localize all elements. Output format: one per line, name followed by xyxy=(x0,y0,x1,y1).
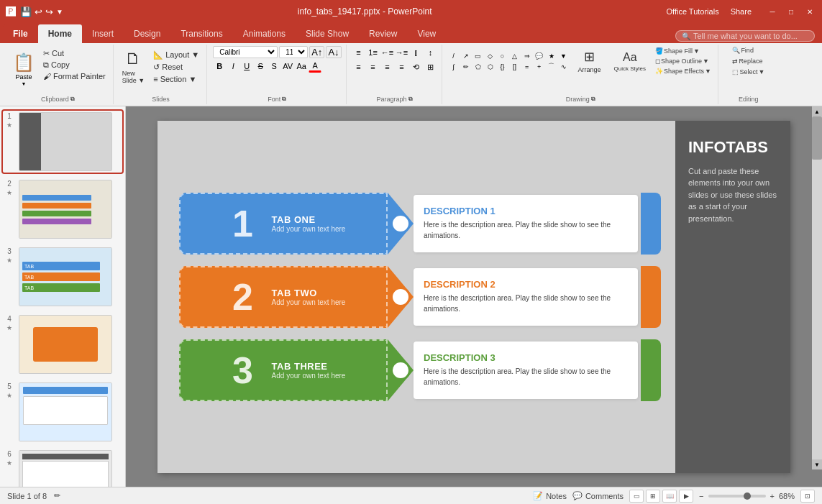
slide-thumb-4[interactable]: 4★ xyxy=(3,313,122,375)
align-left-button[interactable]: ≡ xyxy=(352,60,365,73)
shape-plus[interactable]: + xyxy=(534,62,545,72)
section-button[interactable]: ≡ Section ▼ xyxy=(150,74,202,84)
reading-view-button[interactable]: 📖 xyxy=(662,490,677,503)
copy-button[interactable]: ⧉Copy xyxy=(40,60,109,70)
slide-thumb-1[interactable]: 1★ xyxy=(3,111,122,173)
underline-button[interactable]: U xyxy=(240,60,253,73)
zoom-out-button[interactable]: − xyxy=(699,492,703,500)
new-slide-button[interactable]: 🗋 NewSlide ▼ xyxy=(119,46,147,88)
shape-arrow[interactable]: ↗ xyxy=(460,51,472,61)
align-right-button[interactable]: ≡ xyxy=(381,60,394,73)
shape-rect[interactable]: ▭ xyxy=(472,51,484,61)
slide-thumb-2[interactable]: 2★ xyxy=(3,178,122,240)
notes-button[interactable]: 📝 Notes xyxy=(533,491,567,500)
layout-button[interactable]: 📐 Layout ▼ xyxy=(150,50,202,60)
smart-art-button[interactable]: ⊞ xyxy=(424,60,437,73)
numbered-list-button[interactable]: 1≡ xyxy=(367,46,380,59)
text-direction-button[interactable]: ⟲ xyxy=(410,60,423,73)
columns-button[interactable]: ⫿ xyxy=(410,46,423,59)
slide-thumb-6[interactable]: 6★ xyxy=(3,449,122,487)
undo-icon[interactable]: ↩ xyxy=(35,6,42,17)
font-family-select[interactable]: Calibri xyxy=(213,46,278,58)
redo-icon[interactable]: ↪ xyxy=(45,6,53,17)
vertical-scrollbar[interactable]: ▲ ▼ xyxy=(812,106,822,469)
replace-button[interactable]: ⇄ Replace xyxy=(730,57,767,65)
justify-button[interactable]: ≡ xyxy=(396,60,408,73)
decrease-indent-button[interactable]: ←≡ xyxy=(381,46,394,59)
slide-thumb-5[interactable]: 5★ xyxy=(3,381,122,443)
tab-design[interactable]: Design xyxy=(124,24,170,43)
shape-hexagon[interactable]: ⬡ xyxy=(485,62,496,72)
shape-outline-button[interactable]: ◻ Shape Outline ▼ xyxy=(653,57,713,65)
customize-icon[interactable]: ▼ xyxy=(56,8,63,16)
shape-oval[interactable]: ○ xyxy=(497,51,508,61)
save-icon[interactable]: 💾 xyxy=(20,6,32,17)
share-button[interactable]: Share xyxy=(731,7,752,16)
arrange-button[interactable]: ⊞ Arrange xyxy=(572,46,607,76)
tab-slideshow[interactable]: Slide Show xyxy=(296,24,359,43)
tab-animations[interactable]: Animations xyxy=(233,24,296,43)
char-spacing-button[interactable]: AV xyxy=(281,60,294,73)
line-spacing-button[interactable]: ↕ xyxy=(424,46,437,59)
slide-sorter-button[interactable]: ⊞ xyxy=(646,490,660,503)
align-center-button[interactable]: ≡ xyxy=(367,60,380,73)
shape-arc[interactable]: ⌒ xyxy=(546,62,557,72)
normal-view-button[interactable]: ▭ xyxy=(629,490,644,503)
font-size-select[interactable]: 11 xyxy=(279,46,308,58)
close-button[interactable]: ✕ xyxy=(803,5,816,18)
zoom-slider[interactable] xyxy=(708,495,766,498)
bold-button[interactable]: B xyxy=(213,60,226,73)
shape-eq[interactable]: = xyxy=(521,62,533,72)
tab-transitions[interactable]: Transitions xyxy=(170,24,232,43)
comments-button[interactable]: 💬 Comments xyxy=(572,491,624,500)
format-painter-button[interactable]: 🖌Format Painter xyxy=(40,71,109,81)
shape-star[interactable]: ★ xyxy=(546,51,557,61)
shape-effects-button[interactable]: ✨ Shape Effects ▼ xyxy=(653,67,713,75)
scroll-up-button[interactable]: ▲ xyxy=(812,106,822,116)
tab-file[interactable]: File xyxy=(3,24,38,43)
cut-button[interactable]: ✂Cut xyxy=(40,48,109,59)
decrease-font-icon[interactable]: A↓ xyxy=(326,46,341,58)
slide-thumb-3[interactable]: 3★ TAB TAB TAB xyxy=(3,246,122,308)
shape-rtarrow[interactable]: ⇒ xyxy=(521,51,533,61)
tab-review[interactable]: Review xyxy=(359,24,407,43)
shape-line[interactable]: / xyxy=(448,51,460,61)
paste-button[interactable]: 📋 Paste ▼ xyxy=(7,50,40,89)
search-box[interactable]: 🔍 xyxy=(675,30,815,42)
shape-more[interactable]: ▼ xyxy=(558,51,570,61)
tab-view[interactable]: View xyxy=(407,24,446,43)
shape-triangle[interactable]: △ xyxy=(509,51,521,61)
shape-bracket[interactable]: [] xyxy=(509,62,521,72)
shape-freeform[interactable]: ✏ xyxy=(460,62,472,72)
tab-insert[interactable]: Insert xyxy=(82,24,124,43)
font-color-button[interactable]: A xyxy=(309,60,321,73)
shape-callout[interactable]: 💬 xyxy=(534,51,545,61)
reset-button[interactable]: ↺ Reset xyxy=(150,62,202,73)
shape-diamond[interactable]: ◇ xyxy=(485,51,496,61)
shape-brace[interactable]: {} xyxy=(497,62,508,72)
slideshow-button[interactable]: ▶ xyxy=(679,490,693,503)
italic-button[interactable]: I xyxy=(227,60,239,73)
restore-button[interactable]: □ xyxy=(785,5,798,18)
find-button[interactable]: 🔍 Find xyxy=(730,46,767,55)
shadow-button[interactable]: S xyxy=(268,60,280,73)
quick-styles-button[interactable]: Aa Quick Styles xyxy=(610,48,650,75)
fit-slide-button[interactable]: ⊡ xyxy=(800,490,815,503)
bullets-button[interactable]: ≡ xyxy=(352,46,365,59)
increase-font-icon[interactable]: A↑ xyxy=(309,46,324,58)
office-tutorials-link[interactable]: Office Tutorials xyxy=(666,7,718,16)
change-case-button[interactable]: Aa xyxy=(295,60,308,73)
strikethrough-button[interactable]: S xyxy=(254,60,267,73)
tab-home[interactable]: Home xyxy=(38,24,82,43)
shape-fill-button[interactable]: 🪣 Shape Fill ▼ xyxy=(653,47,713,55)
increase-indent-button[interactable]: →≡ xyxy=(396,46,408,59)
search-input[interactable] xyxy=(693,32,808,40)
shape-wave[interactable]: ∿ xyxy=(558,62,570,72)
scroll-down-button[interactable]: ▼ xyxy=(812,459,822,469)
minimize-button[interactable]: ─ xyxy=(766,5,779,18)
select-button[interactable]: ⬚ Select ▼ xyxy=(730,68,767,76)
shape-pentagon[interactable]: ⬠ xyxy=(472,62,484,72)
zoom-in-button[interactable]: + xyxy=(770,492,775,500)
shape-curve[interactable]: ∫ xyxy=(448,62,460,72)
scroll-thumb[interactable] xyxy=(812,116,822,160)
